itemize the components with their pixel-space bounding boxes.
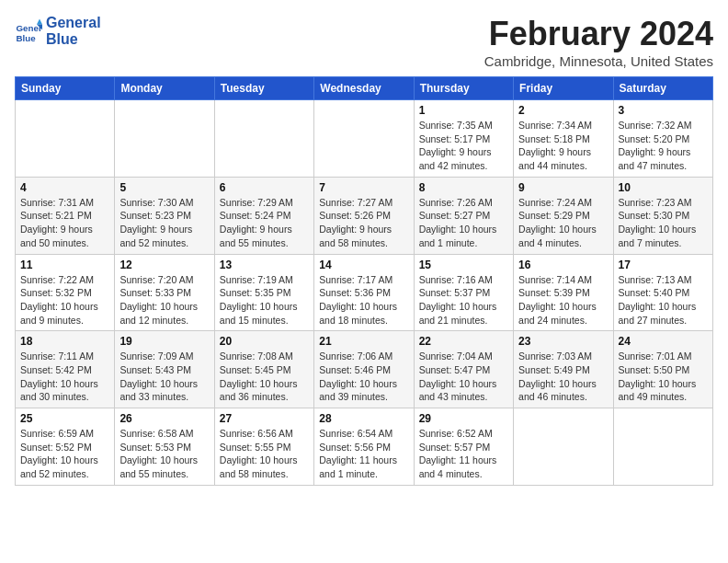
daylight-text: Daylight: 10 hours and 58 minutes. [220,454,309,480]
sunset-text: Sunset: 5:55 PM [220,441,309,454]
sunset-text: Sunset: 5:21 PM [20,209,109,223]
logo-icon: General Blue [15,17,42,45]
day-info: Sunrise: 7:13 AMSunset: 5:40 PMDaylight:… [619,273,708,327]
daylight-text: Daylight: 10 hours and 46 minutes. [518,377,608,404]
svg-text:Blue: Blue [17,32,37,42]
sunset-text: Sunset: 5:46 PM [319,363,408,377]
calendar-week-3: 11Sunrise: 7:22 AMSunset: 5:32 PMDayligh… [16,254,713,331]
day-number: 18 [20,335,109,348]
sunset-text: Sunset: 5:57 PM [419,441,508,454]
calendar-cell [16,100,115,178]
calendar-cell: 1Sunrise: 7:35 AMSunset: 5:17 PMDaylight… [414,100,513,178]
day-info: Sunrise: 7:27 AMSunset: 5:26 PMDaylight:… [319,196,408,250]
sunset-text: Sunset: 5:18 PM [518,132,608,146]
calendar-cell: 7Sunrise: 7:27 AMSunset: 5:26 PMDaylight… [314,177,414,254]
sunrise-text: Sunrise: 7:29 AM [220,196,309,210]
daylight-text: Daylight: 10 hours and 7 minutes. [619,223,708,249]
calendar-cell: 26Sunrise: 6:58 AMSunset: 5:53 PMDayligh… [115,408,214,486]
day-number: 2 [518,104,608,117]
sunrise-text: Sunrise: 6:56 AM [220,427,309,441]
calendar: SundayMondayTuesdayWednesdayThursdayFrid… [15,76,713,486]
calendar-cell: 2Sunrise: 7:34 AMSunset: 5:18 PMDaylight… [514,100,613,178]
sunrise-text: Sunrise: 7:09 AM [119,350,209,363]
day-number: 23 [518,335,608,348]
daylight-text: Daylight: 11 hours and 4 minutes. [419,454,508,480]
calendar-cell: 11Sunrise: 7:22 AMSunset: 5:32 PMDayligh… [16,254,115,331]
day-number: 17 [619,259,708,271]
day-number: 29 [419,412,508,425]
day-info: Sunrise: 6:52 AMSunset: 5:57 PMDaylight:… [419,427,508,481]
day-info: Sunrise: 7:29 AMSunset: 5:24 PMDaylight:… [220,196,309,250]
sunset-text: Sunset: 5:17 PM [419,132,508,146]
day-number: 21 [319,335,408,348]
day-info: Sunrise: 7:35 AMSunset: 5:17 PMDaylight:… [419,119,508,173]
daylight-text: Daylight: 10 hours and 52 minutes. [20,454,109,480]
calendar-cell: 9Sunrise: 7:24 AMSunset: 5:29 PMDaylight… [514,177,613,254]
calendar-cell: 12Sunrise: 7:20 AMSunset: 5:33 PMDayligh… [115,254,214,331]
sunrise-text: Sunrise: 7:08 AM [220,350,309,363]
daylight-text: Daylight: 10 hours and 55 minutes. [119,454,209,480]
day-info: Sunrise: 7:08 AMSunset: 5:45 PMDaylight:… [220,350,309,404]
sunset-text: Sunset: 5:33 PM [119,286,209,300]
col-header-sunday: Sunday [16,77,115,100]
day-info: Sunrise: 7:22 AMSunset: 5:32 PMDaylight:… [20,273,109,327]
sunrise-text: Sunrise: 7:14 AM [518,273,608,287]
day-info: Sunrise: 7:20 AMSunset: 5:33 PMDaylight:… [119,273,209,327]
daylight-text: Daylight: 10 hours and 24 minutes. [518,300,608,327]
day-number: 9 [518,181,608,194]
day-number: 26 [119,412,209,425]
calendar-week-4: 18Sunrise: 7:11 AMSunset: 5:42 PMDayligh… [16,331,713,408]
calendar-cell [214,100,313,178]
day-number: 1 [419,104,508,117]
day-number: 22 [419,335,508,348]
sunrise-text: Sunrise: 7:03 AM [518,350,608,363]
daylight-text: Daylight: 9 hours and 52 minutes. [119,223,209,249]
daylight-text: Daylight: 10 hours and 39 minutes. [319,377,408,404]
sunrise-text: Sunrise: 7:34 AM [518,119,608,132]
sunrise-text: Sunrise: 7:35 AM [419,119,508,132]
sunrise-text: Sunrise: 6:52 AM [419,427,508,441]
daylight-text: Daylight: 10 hours and 27 minutes. [619,300,708,327]
sunset-text: Sunset: 5:37 PM [419,286,508,300]
sunrise-text: Sunrise: 7:13 AM [619,273,708,287]
day-number: 4 [20,181,109,194]
daylight-text: Daylight: 9 hours and 44 minutes. [518,145,608,172]
sunset-text: Sunset: 5:27 PM [419,209,508,223]
day-info: Sunrise: 6:54 AMSunset: 5:56 PMDaylight:… [319,427,408,481]
col-header-thursday: Thursday [414,77,513,100]
calendar-cell: 17Sunrise: 7:13 AMSunset: 5:40 PMDayligh… [613,254,712,331]
calendar-cell [613,408,712,486]
calendar-cell: 24Sunrise: 7:01 AMSunset: 5:50 PMDayligh… [613,331,712,408]
day-info: Sunrise: 7:32 AMSunset: 5:20 PMDaylight:… [619,119,708,173]
sunset-text: Sunset: 5:45 PM [220,363,309,377]
sunrise-text: Sunrise: 7:16 AM [419,273,508,287]
day-info: Sunrise: 7:03 AMSunset: 5:49 PMDaylight:… [518,350,608,404]
sunset-text: Sunset: 5:30 PM [619,209,708,223]
logo-text-general: General [46,15,101,31]
sunrise-text: Sunrise: 7:32 AM [619,119,708,132]
day-number: 11 [20,259,109,271]
day-number: 5 [119,181,209,194]
calendar-header-row: SundayMondayTuesdayWednesdayThursdayFrid… [16,77,713,100]
sunrise-text: Sunrise: 7:30 AM [119,196,209,210]
daylight-text: Daylight: 10 hours and 18 minutes. [319,300,408,327]
logo-text-blue: Blue [46,31,101,48]
day-info: Sunrise: 7:31 AMSunset: 5:21 PMDaylight:… [20,196,109,250]
month-year: February 2024 [484,15,713,53]
sunset-text: Sunset: 5:56 PM [319,441,408,454]
daylight-text: Daylight: 10 hours and 9 minutes. [20,300,109,327]
day-info: Sunrise: 7:16 AMSunset: 5:37 PMDaylight:… [419,273,508,327]
day-info: Sunrise: 7:23 AMSunset: 5:30 PMDaylight:… [619,196,708,250]
day-number: 14 [319,259,408,271]
header: General Blue General Blue February 2024 … [15,15,713,69]
calendar-week-5: 25Sunrise: 6:59 AMSunset: 5:52 PMDayligh… [16,408,713,486]
calendar-cell: 23Sunrise: 7:03 AMSunset: 5:49 PMDayligh… [514,331,613,408]
day-number: 13 [220,259,309,271]
daylight-text: Daylight: 9 hours and 47 minutes. [619,145,708,172]
calendar-cell: 6Sunrise: 7:29 AMSunset: 5:24 PMDaylight… [214,177,313,254]
calendar-week-2: 4Sunrise: 7:31 AMSunset: 5:21 PMDaylight… [16,177,713,254]
calendar-cell: 25Sunrise: 6:59 AMSunset: 5:52 PMDayligh… [16,408,115,486]
daylight-text: Daylight: 10 hours and 36 minutes. [220,377,309,404]
day-number: 6 [220,181,309,194]
sunrise-text: Sunrise: 7:06 AM [319,350,408,363]
